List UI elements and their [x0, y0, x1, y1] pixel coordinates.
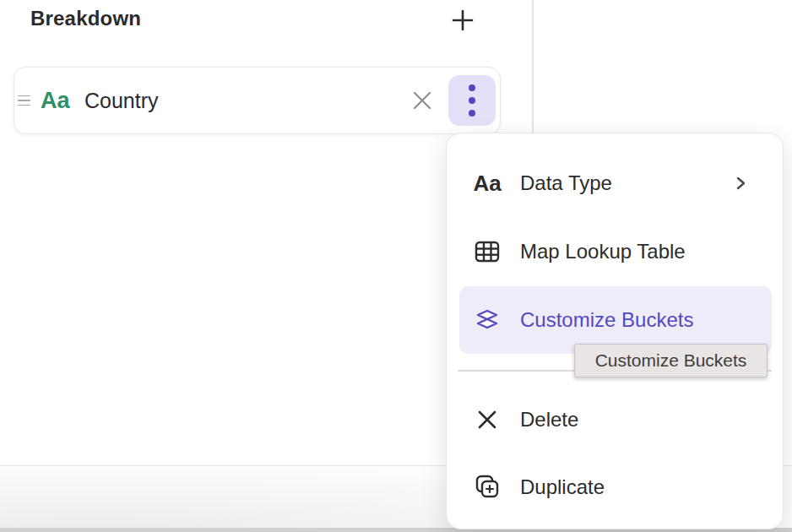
more-options-button[interactable]	[448, 75, 496, 126]
menu-item-data-type[interactable]: Aa Data Type	[447, 149, 783, 217]
table-icon	[474, 238, 501, 265]
buckets-stack-icon	[474, 307, 501, 334]
drag-handle-icon[interactable]	[18, 92, 35, 109]
breakdown-property-card[interactable]: Aa Country	[14, 67, 501, 134]
kebab-menu-icon	[468, 84, 476, 117]
menu-item-delete[interactable]: Delete	[447, 386, 783, 453]
property-name: Country	[84, 90, 159, 111]
text-type-icon: Aa	[41, 90, 70, 112]
duplicate-copy-icon	[474, 474, 501, 501]
remove-property-button[interactable]	[408, 86, 437, 115]
plus-icon	[450, 8, 475, 33]
tooltip: Customize Buckets	[574, 344, 768, 377]
page-title: Breakdown	[30, 7, 141, 30]
text-type-icon: Aa	[474, 170, 501, 197]
menu-item-duplicate[interactable]: Duplicate	[447, 453, 783, 521]
close-icon	[411, 90, 433, 111]
add-breakdown-button[interactable]	[446, 3, 480, 37]
menu-item-map-lookup-table[interactable]: Map Lookup Table	[447, 218, 783, 285]
breakdown-panel: Breakdown Aa Country	[0, 0, 792, 532]
delete-x-icon	[474, 406, 501, 433]
property-options-menu: Aa Data Type Map Lookup Table	[446, 133, 784, 529]
chevron-right-icon	[734, 176, 747, 191]
